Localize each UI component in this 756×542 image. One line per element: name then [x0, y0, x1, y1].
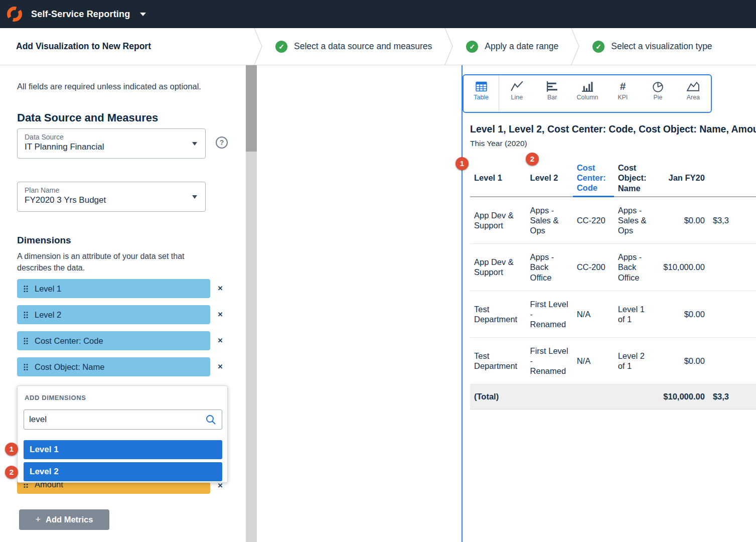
cell: Apps - Sales & Ops — [614, 197, 655, 244]
cell: CC-220 — [573, 197, 614, 244]
svg-text:#: # — [620, 80, 626, 92]
column-header-clipped[interactable] — [709, 160, 756, 197]
cell — [573, 384, 614, 409]
remove-icon[interactable]: ✕ — [216, 285, 224, 293]
column-header-cost-center-code[interactable]: Cost Center: Code — [573, 160, 614, 197]
table-row: Test Department First Level - Renamed N/… — [470, 338, 756, 384]
help-icon[interactable]: ? — [216, 137, 228, 149]
plan-name-value: FY2020 3 Yrs Budget — [25, 195, 188, 205]
cell: N/A — [573, 338, 614, 384]
column-header-jan-fy20[interactable]: Jan FY20 — [655, 160, 709, 197]
check-icon: ✓ — [466, 41, 478, 53]
stepper-header: Add Visualization to New Report ✓ Select… — [0, 28, 756, 65]
cell — [709, 291, 756, 337]
kpi-icon: # — [616, 80, 630, 93]
column-header-level1[interactable]: Level 1 — [470, 160, 526, 197]
remove-icon[interactable]: ✕ — [216, 311, 224, 319]
cell: N/A — [573, 291, 614, 337]
cell: $0.00 — [655, 338, 709, 384]
cell: $0.00 — [655, 197, 709, 244]
plan-name-select[interactable]: Plan Name FY2020 3 Yrs Budget — [17, 182, 206, 212]
app-menu-caret-icon[interactable] — [140, 13, 146, 16]
step-label: Select a data source and measures — [294, 41, 432, 52]
cell: $0.00 — [655, 291, 709, 337]
report-table: Level 1 Level 2 Cost Center: Code Cost O… — [470, 160, 756, 410]
panel-scrollbar-thumb[interactable] — [246, 65, 257, 152]
dimension-option-level2[interactable]: Level 2 — [24, 462, 222, 481]
cell: Test Department — [470, 291, 526, 337]
dimension-chip-cost-object-name[interactable]: Cost Object: Name — [17, 357, 210, 376]
cell — [709, 244, 756, 291]
annotation-badge-2: 2 — [5, 466, 18, 479]
step-data-source[interactable]: ✓ Select a data source and measures — [263, 28, 444, 65]
drag-handle-icon — [24, 337, 28, 345]
check-icon: ✓ — [275, 41, 287, 53]
viz-type-column[interactable]: Column — [570, 75, 605, 112]
column-chart-icon — [580, 80, 594, 93]
cell: Apps - Back Office — [526, 244, 573, 291]
chip-label: Level 1 — [35, 284, 61, 294]
configuration-panel: All fields are required unless indicated… — [0, 65, 246, 542]
dimension-option-level1[interactable]: Level 1 — [24, 440, 222, 459]
dimensions-heading: Dimensions — [17, 235, 71, 246]
remove-icon[interactable]: ✕ — [216, 363, 224, 371]
app-logo-icon[interactable] — [6, 6, 23, 23]
table-row: App Dev & Support Apps - Back Office CC-… — [470, 244, 756, 291]
cell: $10,000.00 — [655, 244, 709, 291]
chip-label: Cost Object: Name — [35, 362, 104, 372]
remove-icon[interactable]: ✕ — [216, 482, 224, 490]
panel-scrollbar-track[interactable] — [246, 65, 257, 542]
viz-type-table[interactable]: Table — [464, 75, 499, 112]
bar-chart-icon — [545, 80, 559, 93]
step-date-range[interactable]: ✓ Apply a date range — [454, 28, 570, 65]
cell — [614, 384, 655, 409]
add-dimensions-heading: ADD DIMENSIONS — [25, 394, 86, 401]
step-label: Apply a date range — [485, 41, 558, 52]
section-title-data-source: Data Source and Measures — [17, 111, 158, 124]
drag-handle-icon — [24, 285, 28, 293]
chevron-separator — [444, 28, 454, 65]
annotation-badge-1: 1 — [5, 443, 18, 456]
viz-type-label: Line — [511, 94, 523, 101]
add-metrics-label: Add Metrics — [46, 515, 93, 524]
dimension-chip-level1[interactable]: Level 1 — [17, 279, 210, 298]
dimension-search-input[interactable] — [24, 410, 222, 430]
cell: First Level - Renamed — [526, 338, 573, 384]
cell: $3,3 — [709, 197, 756, 244]
viz-type-label: Area — [687, 94, 700, 101]
chip-label: Level 2 — [35, 310, 61, 320]
dimension-chip-level2[interactable]: Level 2 — [17, 305, 210, 324]
cell: First Level - Renamed — [526, 291, 573, 337]
table-row: App Dev & Support Apps - Sales & Ops CC-… — [470, 197, 756, 244]
viz-type-line[interactable]: Line — [499, 75, 534, 112]
data-source-select[interactable]: Data Source IT Planning Financial — [17, 128, 206, 159]
chevron-separator — [570, 28, 580, 65]
visualization-type-toolbar: Table Line Bar Column # KPI — [463, 74, 712, 113]
plan-name-label: Plan Name — [25, 186, 188, 194]
drag-handle-icon — [24, 363, 28, 371]
add-dimensions-card: ADD DIMENSIONS Level 1 Level 2 — [17, 385, 228, 483]
viz-type-pie[interactable]: Pie — [640, 75, 675, 112]
add-metrics-button[interactable]: + Add Metrics — [19, 509, 109, 530]
table-total-row: (Total) $10,000.00 $3,3 — [470, 384, 756, 409]
cell — [526, 384, 573, 409]
remove-icon[interactable]: ✕ — [216, 337, 224, 345]
chip-label: Cost Center: Code — [35, 336, 103, 346]
app-title[interactable]: Self-Service Reporting — [31, 9, 130, 20]
data-source-value: IT Planning Financial — [25, 142, 188, 152]
cell: Apps - Sales & Ops — [526, 197, 573, 244]
data-source-label: Data Source — [25, 133, 188, 141]
viz-type-kpi[interactable]: # KPI — [605, 75, 640, 112]
viz-type-label: Column — [576, 94, 598, 101]
cell: App Dev & Support — [470, 244, 526, 291]
viz-type-area[interactable]: Area — [676, 75, 711, 112]
step-visualization-type[interactable]: ✓ Select a visualization type — [580, 28, 724, 65]
dimension-chip-cost-center-code[interactable]: Cost Center: Code — [17, 331, 210, 350]
plus-icon: + — [36, 514, 41, 525]
cell: Level 1 of 1 — [614, 291, 655, 337]
line-chart-icon — [510, 80, 524, 93]
table-header-row: Level 1 Level 2 Cost Center: Code Cost O… — [470, 160, 756, 197]
cell: $3,3 — [709, 384, 756, 409]
column-header-cost-object-name[interactable]: Cost Object: Name — [614, 160, 655, 197]
viz-type-bar[interactable]: Bar — [535, 75, 570, 112]
